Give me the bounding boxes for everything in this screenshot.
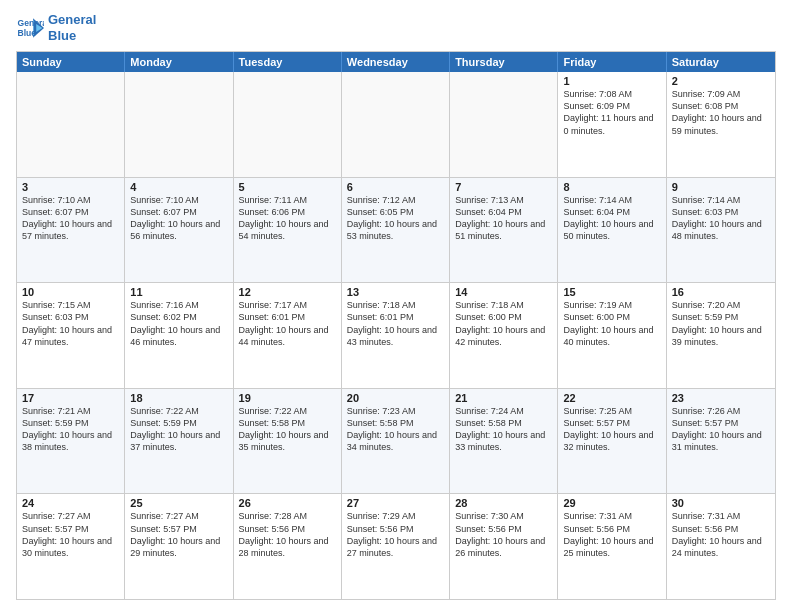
calendar-header: SundayMondayTuesdayWednesdayThursdayFrid…	[17, 52, 775, 72]
cal-empty	[234, 72, 342, 177]
cal-day-20: 20Sunrise: 7:23 AMSunset: 5:58 PMDayligh…	[342, 389, 450, 494]
day-info: Sunrise: 7:18 AMSunset: 6:00 PMDaylight:…	[455, 299, 552, 348]
day-info: Sunrise: 7:12 AMSunset: 6:05 PMDaylight:…	[347, 194, 444, 243]
cal-day-7: 7Sunrise: 7:13 AMSunset: 6:04 PMDaylight…	[450, 178, 558, 283]
day-number: 14	[455, 286, 552, 298]
day-info: Sunrise: 7:21 AMSunset: 5:59 PMDaylight:…	[22, 405, 119, 454]
cal-day-12: 12Sunrise: 7:17 AMSunset: 6:01 PMDayligh…	[234, 283, 342, 388]
cal-day-15: 15Sunrise: 7:19 AMSunset: 6:00 PMDayligh…	[558, 283, 666, 388]
cal-day-25: 25Sunrise: 7:27 AMSunset: 5:57 PMDayligh…	[125, 494, 233, 599]
cal-header-thursday: Thursday	[450, 52, 558, 72]
cal-header-wednesday: Wednesday	[342, 52, 450, 72]
day-number: 30	[672, 497, 770, 509]
day-info: Sunrise: 7:27 AMSunset: 5:57 PMDaylight:…	[22, 510, 119, 559]
day-number: 1	[563, 75, 660, 87]
day-info: Sunrise: 7:16 AMSunset: 6:02 PMDaylight:…	[130, 299, 227, 348]
cal-empty	[17, 72, 125, 177]
day-number: 7	[455, 181, 552, 193]
day-info: Sunrise: 7:13 AMSunset: 6:04 PMDaylight:…	[455, 194, 552, 243]
day-number: 5	[239, 181, 336, 193]
cal-day-3: 3Sunrise: 7:10 AMSunset: 6:07 PMDaylight…	[17, 178, 125, 283]
logo: General Blue General Blue	[16, 12, 96, 43]
day-number: 22	[563, 392, 660, 404]
day-number: 4	[130, 181, 227, 193]
cal-day-9: 9Sunrise: 7:14 AMSunset: 6:03 PMDaylight…	[667, 178, 775, 283]
cal-day-13: 13Sunrise: 7:18 AMSunset: 6:01 PMDayligh…	[342, 283, 450, 388]
day-number: 17	[22, 392, 119, 404]
day-info: Sunrise: 7:09 AMSunset: 6:08 PMDaylight:…	[672, 88, 770, 137]
header: General Blue General Blue	[16, 12, 776, 43]
day-info: Sunrise: 7:22 AMSunset: 5:58 PMDaylight:…	[239, 405, 336, 454]
day-info: Sunrise: 7:20 AMSunset: 5:59 PMDaylight:…	[672, 299, 770, 348]
cal-header-saturday: Saturday	[667, 52, 775, 72]
cal-empty	[125, 72, 233, 177]
cal-day-28: 28Sunrise: 7:30 AMSunset: 5:56 PMDayligh…	[450, 494, 558, 599]
cal-day-2: 2Sunrise: 7:09 AMSunset: 6:08 PMDaylight…	[667, 72, 775, 177]
day-number: 2	[672, 75, 770, 87]
cal-header-tuesday: Tuesday	[234, 52, 342, 72]
cal-day-5: 5Sunrise: 7:11 AMSunset: 6:06 PMDaylight…	[234, 178, 342, 283]
day-number: 3	[22, 181, 119, 193]
day-info: Sunrise: 7:25 AMSunset: 5:57 PMDaylight:…	[563, 405, 660, 454]
day-info: Sunrise: 7:14 AMSunset: 6:04 PMDaylight:…	[563, 194, 660, 243]
day-info: Sunrise: 7:08 AMSunset: 6:09 PMDaylight:…	[563, 88, 660, 137]
day-info: Sunrise: 7:28 AMSunset: 5:56 PMDaylight:…	[239, 510, 336, 559]
cal-empty	[342, 72, 450, 177]
day-info: Sunrise: 7:17 AMSunset: 6:01 PMDaylight:…	[239, 299, 336, 348]
day-number: 20	[347, 392, 444, 404]
day-number: 11	[130, 286, 227, 298]
cal-day-26: 26Sunrise: 7:28 AMSunset: 5:56 PMDayligh…	[234, 494, 342, 599]
cal-week-3: 10Sunrise: 7:15 AMSunset: 6:03 PMDayligh…	[17, 282, 775, 388]
day-info: Sunrise: 7:27 AMSunset: 5:57 PMDaylight:…	[130, 510, 227, 559]
day-info: Sunrise: 7:19 AMSunset: 6:00 PMDaylight:…	[563, 299, 660, 348]
cal-day-11: 11Sunrise: 7:16 AMSunset: 6:02 PMDayligh…	[125, 283, 233, 388]
day-number: 26	[239, 497, 336, 509]
day-number: 28	[455, 497, 552, 509]
day-info: Sunrise: 7:31 AMSunset: 5:56 PMDaylight:…	[672, 510, 770, 559]
day-number: 25	[130, 497, 227, 509]
day-number: 16	[672, 286, 770, 298]
svg-text:General: General	[18, 17, 44, 27]
day-info: Sunrise: 7:24 AMSunset: 5:58 PMDaylight:…	[455, 405, 552, 454]
day-number: 18	[130, 392, 227, 404]
cal-week-4: 17Sunrise: 7:21 AMSunset: 5:59 PMDayligh…	[17, 388, 775, 494]
cal-day-21: 21Sunrise: 7:24 AMSunset: 5:58 PMDayligh…	[450, 389, 558, 494]
cal-day-23: 23Sunrise: 7:26 AMSunset: 5:57 PMDayligh…	[667, 389, 775, 494]
cal-day-24: 24Sunrise: 7:27 AMSunset: 5:57 PMDayligh…	[17, 494, 125, 599]
cal-week-2: 3Sunrise: 7:10 AMSunset: 6:07 PMDaylight…	[17, 177, 775, 283]
calendar: SundayMondayTuesdayWednesdayThursdayFrid…	[16, 51, 776, 600]
day-number: 9	[672, 181, 770, 193]
cal-empty	[450, 72, 558, 177]
svg-text:Blue: Blue	[18, 27, 37, 37]
page: General Blue General Blue SundayMondayTu…	[0, 0, 792, 612]
cal-day-8: 8Sunrise: 7:14 AMSunset: 6:04 PMDaylight…	[558, 178, 666, 283]
cal-header-friday: Friday	[558, 52, 666, 72]
cal-header-monday: Monday	[125, 52, 233, 72]
day-info: Sunrise: 7:10 AMSunset: 6:07 PMDaylight:…	[22, 194, 119, 243]
day-info: Sunrise: 7:22 AMSunset: 5:59 PMDaylight:…	[130, 405, 227, 454]
day-info: Sunrise: 7:23 AMSunset: 5:58 PMDaylight:…	[347, 405, 444, 454]
cal-day-17: 17Sunrise: 7:21 AMSunset: 5:59 PMDayligh…	[17, 389, 125, 494]
day-number: 27	[347, 497, 444, 509]
cal-week-5: 24Sunrise: 7:27 AMSunset: 5:57 PMDayligh…	[17, 493, 775, 599]
day-info: Sunrise: 7:15 AMSunset: 6:03 PMDaylight:…	[22, 299, 119, 348]
day-number: 10	[22, 286, 119, 298]
day-info: Sunrise: 7:10 AMSunset: 6:07 PMDaylight:…	[130, 194, 227, 243]
calendar-body: 1Sunrise: 7:08 AMSunset: 6:09 PMDaylight…	[17, 72, 775, 599]
cal-day-30: 30Sunrise: 7:31 AMSunset: 5:56 PMDayligh…	[667, 494, 775, 599]
cal-day-22: 22Sunrise: 7:25 AMSunset: 5:57 PMDayligh…	[558, 389, 666, 494]
day-number: 19	[239, 392, 336, 404]
day-number: 23	[672, 392, 770, 404]
day-number: 6	[347, 181, 444, 193]
cal-day-4: 4Sunrise: 7:10 AMSunset: 6:07 PMDaylight…	[125, 178, 233, 283]
day-info: Sunrise: 7:18 AMSunset: 6:01 PMDaylight:…	[347, 299, 444, 348]
day-info: Sunrise: 7:29 AMSunset: 5:56 PMDaylight:…	[347, 510, 444, 559]
day-number: 8	[563, 181, 660, 193]
logo-icon: General Blue	[16, 14, 44, 42]
cal-day-16: 16Sunrise: 7:20 AMSunset: 5:59 PMDayligh…	[667, 283, 775, 388]
day-info: Sunrise: 7:26 AMSunset: 5:57 PMDaylight:…	[672, 405, 770, 454]
cal-day-1: 1Sunrise: 7:08 AMSunset: 6:09 PMDaylight…	[558, 72, 666, 177]
day-info: Sunrise: 7:30 AMSunset: 5:56 PMDaylight:…	[455, 510, 552, 559]
day-info: Sunrise: 7:14 AMSunset: 6:03 PMDaylight:…	[672, 194, 770, 243]
day-number: 24	[22, 497, 119, 509]
